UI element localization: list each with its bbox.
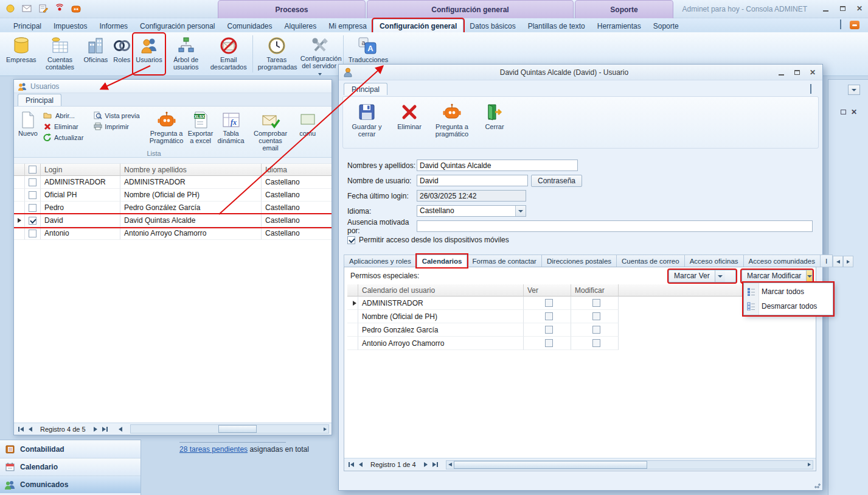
ribbon-tab-alquileres[interactable]: Alquileres <box>279 19 323 32</box>
acceso-moviles-checkbox[interactable] <box>347 236 355 244</box>
column-header-modificar[interactable]: Modificar <box>571 284 619 297</box>
vista-previa-button[interactable]: Vista previa <box>92 110 141 121</box>
marcar-ver-dropdown-icon[interactable] <box>715 270 725 282</box>
ribbon-tab-comunidades[interactable]: Comunidades <box>221 19 279 32</box>
row-checkbox[interactable] <box>29 191 36 199</box>
idioma-combobox[interactable]: Castellano <box>417 205 526 217</box>
sidebar-item-comunicados[interactable]: Comunicados <box>0 476 141 493</box>
actualizar-button[interactable]: Actualizar <box>42 132 85 142</box>
table-row[interactable]: Oficial PH Nombre (Oficial de PH) Castel… <box>14 189 332 202</box>
column-header-idioma[interactable]: Idioma <box>262 164 332 176</box>
cerrar-button[interactable]: Cerrar <box>474 99 515 130</box>
tab-aplicaciones-y-roles[interactable]: Aplicaciones y roles <box>344 255 417 267</box>
row-checkbox-checked[interactable] <box>29 217 36 225</box>
dialog-minimize-button[interactable] <box>776 68 786 77</box>
ribbon-tab-principal[interactable]: Principal <box>7 19 47 32</box>
imprimir-button[interactable]: Imprimir <box>92 121 141 132</box>
ver-checkbox[interactable] <box>545 326 553 334</box>
tareas-pendientes-link[interactable]: 28 tareas pendientes <box>179 445 248 454</box>
usuarios-button[interactable]: Usuarios <box>133 33 164 74</box>
modificar-checkbox[interactable] <box>592 326 600 334</box>
menu-item-marcar-todos[interactable]: Marcar todos <box>744 284 833 299</box>
roles-button[interactable]: Roles <box>110 33 133 74</box>
first-record-button[interactable] <box>347 460 356 469</box>
minimize-button[interactable] <box>821 4 830 13</box>
collapse-toolbar-icon[interactable] <box>810 85 811 94</box>
configuracion-servidor-button[interactable]: Configuración del servidor <box>298 33 341 74</box>
tab-clipped[interactable]: I <box>821 255 833 267</box>
cuentas-contables-button[interactable]: Cuentas contables <box>39 33 82 74</box>
select-all-checkbox[interactable] <box>29 166 36 174</box>
ribbon-tab-datos-basicos[interactable]: Datos básicos <box>464 19 521 32</box>
oficinas-button[interactable]: Oficinas <box>82 33 111 74</box>
arbol-usuarios-button[interactable]: Árbol de usuarios <box>165 33 207 74</box>
nombres-input[interactable] <box>417 160 578 171</box>
marcar-ver-button[interactable]: Marcar Ver <box>668 270 736 283</box>
ausencia-input[interactable] <box>417 220 813 232</box>
modificar-checkbox[interactable] <box>592 312 600 320</box>
combo-dropdown-button[interactable] <box>515 206 526 216</box>
dialog-tab-principal[interactable]: Principal <box>344 83 387 95</box>
tab-acceso-oficinas[interactable]: Acceso oficinas <box>685 255 744 267</box>
dialog-eliminar-button[interactable]: Eliminar <box>389 99 429 130</box>
tab-scroll-right-button[interactable] <box>843 256 853 267</box>
tab-acceso-comunidades[interactable]: Acceso comunidades <box>744 255 821 267</box>
email-descartados-button[interactable]: Email descartados <box>207 33 250 74</box>
tab-cuentas-de-correo[interactable]: Cuentas de correo <box>617 255 685 267</box>
usuarios-tab-principal[interactable]: Principal <box>18 94 61 106</box>
restore-button[interactable] <box>838 4 847 13</box>
table-row[interactable]: ADMINISTRADOR ADMINISTRADOR Castellano <box>14 176 332 189</box>
exportar-excel-button[interactable]: XLSX Exportar a excel <box>186 109 216 146</box>
horizontal-scrollbar[interactable] <box>130 424 329 434</box>
tab-direcciones-postales[interactable]: Direcciones postales <box>542 255 617 267</box>
column-header-nombre[interactable]: Nombre y apellidos <box>120 164 262 176</box>
tab-scroll-left-button[interactable] <box>833 256 843 267</box>
previous-record-button[interactable] <box>27 424 34 434</box>
column-header-calendario[interactable]: Calendario del usuario <box>358 284 524 297</box>
tab-calendarios[interactable]: Calendarios <box>417 255 468 267</box>
usuario-input[interactable] <box>417 175 528 186</box>
first-record-button[interactable] <box>16 424 26 434</box>
next-record-button[interactable] <box>92 424 99 434</box>
dock-float-button[interactable] <box>841 110 846 114</box>
dialog-close-button[interactable]: ✕ <box>808 68 818 77</box>
row-checkbox[interactable] <box>29 204 36 212</box>
previous-record-button[interactable] <box>357 460 364 469</box>
ribbon-tab-plantillas-de-texto[interactable]: Plantillas de texto <box>522 19 591 32</box>
dock-close-button[interactable]: ✕ <box>851 108 857 116</box>
cut-off-button[interactable]: comu <box>290 109 326 138</box>
last-record-button[interactable] <box>100 424 109 434</box>
tabla-dinamica-button[interactable]: fx Tabla dinámica <box>216 109 246 146</box>
empresas-button[interactable]: Empresas <box>4 33 39 74</box>
dialog-maximize-button[interactable] <box>792 68 802 77</box>
last-record-button[interactable] <box>431 460 440 469</box>
table-row[interactable]: Antonio Antonio Arroyo Chamorro Castella… <box>14 227 332 240</box>
eliminar-button[interactable]: Eliminar <box>42 121 85 132</box>
ver-checkbox[interactable] <box>545 312 553 320</box>
row-checkbox[interactable] <box>29 178 36 186</box>
guardar-cerrar-button[interactable]: Guardar y cerrar <box>347 99 387 138</box>
column-header-ver[interactable]: Ver <box>524 284 571 297</box>
marcar-modificar-button[interactable]: Marcar Modificar <box>741 270 813 283</box>
sidebar-item-calendario[interactable]: Calendario <box>0 458 141 476</box>
ribbon-tab-herramientas[interactable]: Herramientas <box>591 19 647 32</box>
tab-formas-de-contactar[interactable]: Formas de contactar <box>467 255 541 267</box>
pregunta-pragmatico-button[interactable]: Pregunta a Pragmático <box>148 109 186 146</box>
marcar-modificar-dropdown-icon[interactable] <box>806 270 812 282</box>
ribbon-tab-mi-empresa[interactable]: Mi empresa <box>322 19 373 32</box>
ver-checkbox[interactable] <box>545 299 553 307</box>
permisos-row[interactable]: Antonio Arroyo Chamorro <box>347 337 813 350</box>
ribbon-tab-informes[interactable]: Informes <box>93 19 134 32</box>
table-row[interactable]: Pedro Pedro González García Castellano <box>14 202 332 214</box>
menu-item-desmarcar-todos[interactable]: Desmarcar todos <box>744 299 833 314</box>
signal-icon[interactable] <box>54 3 65 14</box>
abrir-button[interactable]: Abrir... <box>42 110 85 121</box>
modificar-checkbox[interactable] <box>592 339 600 347</box>
ribbon-tab-soporte[interactable]: Soporte <box>647 19 685 32</box>
contrasena-button[interactable]: Contraseña <box>531 175 582 187</box>
ribbon-tab-impuestos[interactable]: Impuestos <box>47 19 93 32</box>
pragmatico-icon[interactable] <box>71 3 82 14</box>
table-row-david-selected[interactable]: David David Quintas Alcalde Castellano <box>14 214 332 227</box>
dialog-pregunta-pragmatico-button[interactable]: Pregunta a pragmático <box>432 99 472 138</box>
row-checkbox[interactable] <box>29 230 36 237</box>
